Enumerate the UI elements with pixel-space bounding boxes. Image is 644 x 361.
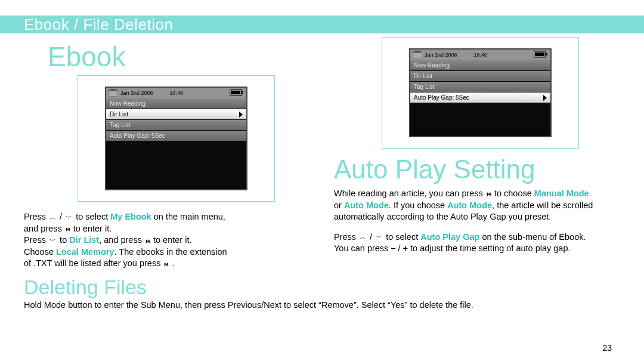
menu-row: Tag List [106, 120, 246, 131]
right-screen-frame: Jan 2nd 200616:40 Now ReadingDir ListTag… [382, 37, 579, 149]
right-screen-statusbar: Jan 2nd 200616:40 [410, 50, 550, 60]
left-screen-statusbar: Jan 2nd 200616:40 [106, 88, 246, 98]
svg-rect-10 [546, 53, 547, 55]
svg-rect-8 [413, 53, 422, 58]
mode-icon: ᴍ [487, 190, 491, 198]
page-number: 23 [602, 343, 612, 353]
mode-icon: ᴍ [66, 225, 70, 233]
down-icon: ﹀ [49, 236, 56, 245]
right-column: Jan 2nd 200616:40 Now ReadingDir ListTag… [334, 37, 620, 270]
right-screen-datetime: Jan 2nd 200616:40 [425, 52, 531, 58]
menu-row: Dir List [106, 109, 246, 120]
menu-row: Auto Play Gap: 5Sec [410, 92, 550, 103]
section-header: Ebook / File Deletion [0, 16, 644, 33]
menu-row: Dir List [410, 71, 550, 82]
menu-row: Auto Play Gap: 5Sec [106, 131, 246, 141]
battery-icon [534, 51, 548, 59]
svg-rect-11 [535, 53, 544, 56]
left-device-screen: Jan 2nd 200616:40 Now ReadingDir ListTag… [105, 87, 247, 190]
deleting-title: Deleting Files [24, 276, 644, 299]
menu-row: Now Reading [410, 60, 550, 71]
mode-icon: ᴍ [145, 237, 150, 245]
autoplay-title: Auto Play Setting [334, 155, 620, 184]
down-icon: ﹀ [376, 233, 382, 242]
svg-rect-5 [231, 91, 240, 94]
down-icon: ﹀ [66, 213, 72, 222]
folder-icon [109, 88, 118, 98]
svg-rect-4 [242, 91, 243, 94]
right-device-screen: Jan 2nd 200616:40 Now ReadingDir ListTag… [409, 48, 552, 137]
battery-icon [230, 89, 244, 97]
left-instructions: Press ︿ / ﹀ to select My Ebook on the ma… [24, 211, 310, 270]
right-instructions: While reading an article, you can press … [334, 188, 620, 255]
deleting-text: Hold Mode button to enter the Sub Menu, … [24, 300, 620, 310]
left-screen-frame: Jan 2nd 200616:40 Now ReadingDir ListTag… [78, 75, 275, 202]
up-icon: ︿ [49, 213, 56, 222]
up-icon: ︿ [360, 233, 366, 242]
menu-row: Now Reading [106, 98, 246, 109]
plus-icon: + [403, 243, 408, 253]
ebook-title: Ebook [48, 41, 310, 73]
left-column: Ebook Jan 2nd 200616:40 [24, 37, 310, 270]
mode-icon: ᴍ [164, 260, 168, 269]
left-screen-datetime: Jan 2nd 200616:40 [120, 90, 227, 96]
folder-icon [413, 50, 422, 60]
svg-rect-2 [109, 91, 117, 96]
menu-row: Tag List [410, 82, 550, 92]
